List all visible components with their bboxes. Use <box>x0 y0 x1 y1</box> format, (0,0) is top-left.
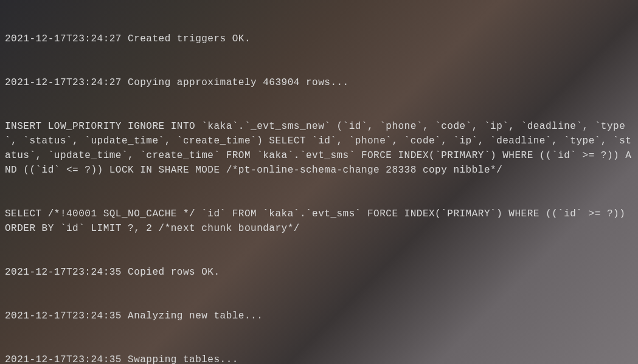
log-line: 2021-12-17T23:24:35 Copied rows OK. <box>5 265 633 280</box>
log-line: INSERT LOW_PRIORITY IGNORE INTO `kaka`.`… <box>5 119 633 177</box>
log-line: SELECT /*!40001 SQL_NO_CACHE */ `id` FRO… <box>5 207 633 236</box>
log-line: 2021-12-17T23:24:35 Swapping tables... <box>5 352 633 364</box>
log-line: 2021-12-17T23:24:35 Analyzing new table.… <box>5 309 633 323</box>
log-line: 2021-12-17T23:24:27 Copying approximatel… <box>5 75 633 90</box>
terminal-output[interactable]: 2021-12-17T23:24:27 Created triggers OK.… <box>5 2 633 364</box>
log-line: 2021-12-17T23:24:27 Created triggers OK. <box>5 32 633 46</box>
